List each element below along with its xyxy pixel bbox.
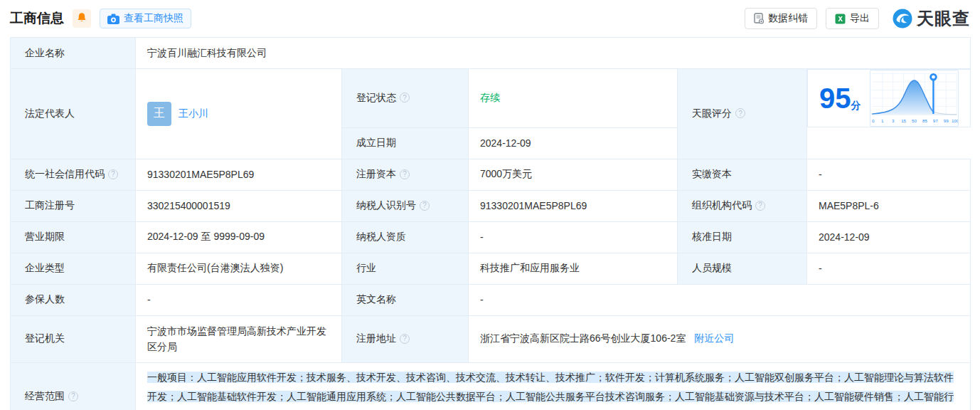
reg-number-value: 330215400001519: [136, 190, 342, 221]
business-info-table: 企业名称 宁波百川融汇科技有限公司 法定代表人 王 王小川 登记状态? 存续 天…: [10, 37, 971, 410]
help-icon[interactable]: ?: [735, 108, 745, 118]
uscc-value: 91330201MAE5P8PL69: [136, 159, 342, 190]
score-marker-pin: [930, 74, 936, 80]
score-label: 天眼评分?: [678, 69, 807, 159]
reg-capital-value: 7000万美元: [469, 159, 678, 190]
score-distribution-chart: 0 1 3 15 50 85 97 99 100: [870, 70, 959, 127]
table-row: 营业期限 2024-12-09 至 9999-09-09 纳税人资质 - 核准日…: [11, 221, 971, 253]
org-code-label-text: 组织机构代码: [692, 199, 752, 211]
table-row: 企业名称 宁波百川融汇科技有限公司: [11, 38, 971, 69]
score-label-text: 天眼评分: [692, 107, 732, 119]
help-icon[interactable]: ?: [400, 334, 410, 344]
english-name-label: 英文名称: [342, 284, 469, 315]
staff-size-value: -: [807, 253, 971, 284]
table-row: 企业类型 有限责任公司(台港澳法人独资) 行业 科技推广和应用服务业 人员规模 …: [11, 253, 971, 284]
reg-address-value: 浙江省宁波高新区院士路66号创业大厦106-2室: [480, 332, 686, 344]
svg-text:50: 50: [912, 118, 917, 123]
page-title: 工商信息: [10, 9, 64, 28]
insured-count-value: -: [136, 284, 342, 315]
svg-text:3: 3: [891, 118, 894, 123]
bell-icon: [77, 12, 87, 26]
header-bar: 工商信息 查看工商快照 数据纠错 导出 天眼查: [0, 0, 980, 37]
reg-capital-label-text: 注册资本: [356, 168, 396, 179]
svg-text:1: 1: [881, 118, 884, 123]
view-snapshot-button[interactable]: 查看工商快照: [100, 9, 191, 28]
reg-capital-label: 注册资本?: [342, 159, 469, 190]
paidin-capital-value: -: [807, 159, 971, 190]
tianyancha-eye-icon: [892, 8, 913, 29]
legal-rep-cell: 王 王小川: [136, 69, 342, 159]
legal-rep-avatar[interactable]: 王: [147, 102, 171, 126]
tianyancha-logo[interactable]: 天眼查: [892, 7, 970, 30]
reg-authority-label: 登记机关: [11, 315, 136, 362]
taxpayer-quality-value: -: [469, 221, 678, 253]
help-icon[interactable]: ?: [68, 391, 78, 401]
reg-status-text: 存续: [480, 92, 500, 103]
score-cell: 95 分 0: [807, 69, 971, 127]
svg-text:99: 99: [943, 118, 948, 123]
staff-size-label: 人员规模: [678, 253, 807, 284]
help-icon[interactable]: ?: [108, 169, 118, 179]
approval-date-value: 2024-12-09: [807, 221, 971, 253]
help-icon[interactable]: ?: [400, 93, 410, 102]
taxpayer-id-label: 纳税人识别号?: [342, 190, 469, 221]
document-edit-icon: [754, 13, 764, 24]
legal-rep-name-link[interactable]: 王小川: [179, 107, 208, 120]
company-name-label: 企业名称: [11, 38, 136, 69]
camera-icon: [107, 14, 119, 24]
svg-text:0: 0: [872, 118, 875, 123]
org-code-label: 组织机构代码?: [678, 190, 807, 221]
uscc-label-text: 统一社会信用代码: [25, 168, 105, 179]
business-scope-label-text: 经营范围: [25, 390, 65, 401]
svg-text:97: 97: [932, 118, 937, 123]
svg-text:100: 100: [952, 118, 959, 123]
svg-text:85: 85: [922, 118, 927, 123]
business-scope-label: 经营范围?: [11, 362, 136, 410]
business-term-value: 2024-12-09 至 9999-09-09: [136, 221, 342, 253]
brand-name: 天眼查: [917, 7, 970, 30]
approval-date-label: 核准日期: [678, 221, 807, 253]
table-row: 工商注册号 330215400001519 纳税人识别号? 91330201MA…: [11, 190, 971, 221]
reg-address-cell: 浙江省宁波高新区院士路66号创业大厦106-2室 附近公司: [469, 315, 971, 362]
reg-authority-value: 宁波市市场监督管理局高新技术产业开发区分局: [136, 315, 342, 362]
business-term-label: 营业期限: [11, 221, 136, 253]
score-unit: 分: [851, 100, 861, 112]
export-button[interactable]: 导出: [826, 8, 879, 29]
company-type-label: 企业类型: [11, 253, 136, 284]
reg-status-label: 登记状态?: [342, 69, 469, 128]
table-row: 法定代表人 王 王小川 登记状态? 存续 天眼评分? 95 分: [11, 69, 971, 128]
nearby-companies-link[interactable]: 附近公司: [694, 332, 734, 344]
legal-rep-label: 法定代表人: [11, 69, 136, 159]
help-icon[interactable]: ?: [400, 169, 410, 179]
reg-number-label: 工商注册号: [11, 190, 136, 221]
data-correction-button[interactable]: 数据纠错: [745, 8, 817, 29]
table-row: 登记机关 宁波市市场监督管理局高新技术产业开发区分局 注册地址? 浙江省宁波高新…: [11, 315, 971, 362]
reg-address-label-text: 注册地址: [356, 332, 396, 344]
taxpayer-id-value: 91330201MAE5P8PL69: [469, 190, 678, 221]
reg-address-label: 注册地址?: [342, 315, 469, 362]
reg-status-label-text: 登记状态: [356, 92, 396, 103]
business-scope-cell: 一般项目：人工智能应用软件开发；技术服务、技术开发、技术咨询、技术交流、技术转让…: [136, 362, 971, 410]
snapshot-button-label: 查看工商快照: [124, 12, 183, 25]
org-code-value: MAE5P8PL-6: [807, 190, 971, 221]
establish-date-label: 成立日期: [342, 127, 469, 159]
export-button-label: 导出: [850, 12, 870, 25]
insured-count-label: 参保人数: [11, 284, 136, 315]
help-icon[interactable]: ?: [755, 201, 765, 211]
score-number: 95: [819, 84, 851, 112]
help-icon[interactable]: ?: [420, 201, 430, 211]
establish-date-value: 2024-12-09: [469, 127, 678, 159]
uscc-label: 统一社会信用代码?: [11, 159, 136, 190]
table-row: 统一社会信用代码? 91330201MAE5P8PL69 注册资本? 7000万…: [11, 159, 971, 190]
industry-label: 行业: [342, 253, 469, 284]
taxpayer-quality-label: 纳税人资质: [342, 221, 469, 253]
company-type-value: 有限责任公司(台港澳法人独资): [136, 253, 342, 284]
taxpayer-id-label-text: 纳税人识别号: [356, 199, 416, 211]
notification-bell-button[interactable]: [73, 9, 91, 28]
paidin-capital-label: 实缴资本: [678, 159, 807, 190]
industry-value: 科技推广和应用服务业: [469, 253, 678, 284]
english-name-value: -: [469, 284, 971, 315]
excel-icon: [835, 14, 846, 24]
reg-status-value: 存续: [469, 69, 678, 128]
company-name-value: 宁波百川融汇科技有限公司: [136, 38, 971, 69]
